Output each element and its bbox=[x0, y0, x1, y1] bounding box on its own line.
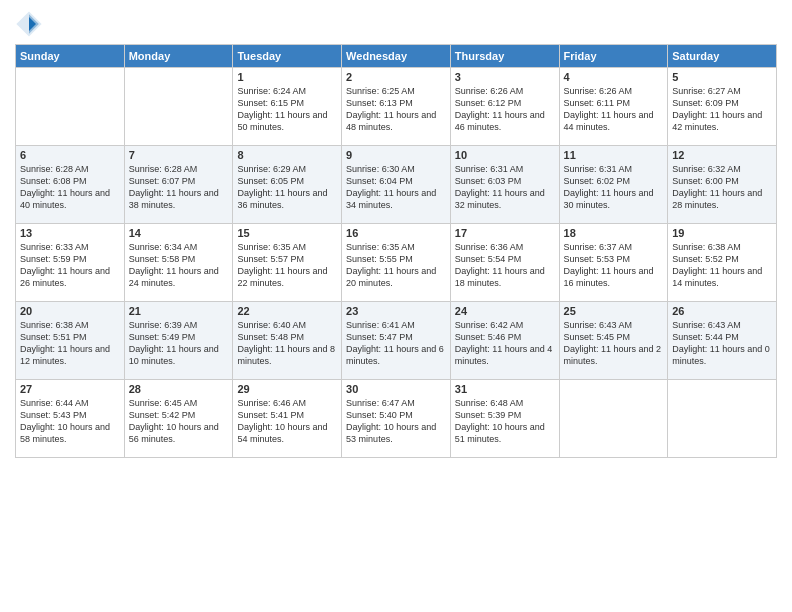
calendar-cell: 26Sunrise: 6:43 AM Sunset: 5:44 PM Dayli… bbox=[668, 302, 777, 380]
calendar-cell: 31Sunrise: 6:48 AM Sunset: 5:39 PM Dayli… bbox=[450, 380, 559, 458]
day-header-friday: Friday bbox=[559, 45, 668, 68]
header-row: SundayMondayTuesdayWednesdayThursdayFrid… bbox=[16, 45, 777, 68]
calendar-cell: 29Sunrise: 6:46 AM Sunset: 5:41 PM Dayli… bbox=[233, 380, 342, 458]
day-number: 14 bbox=[129, 227, 229, 239]
calendar-cell: 18Sunrise: 6:37 AM Sunset: 5:53 PM Dayli… bbox=[559, 224, 668, 302]
day-number: 13 bbox=[20, 227, 120, 239]
calendar-cell: 30Sunrise: 6:47 AM Sunset: 5:40 PM Dayli… bbox=[342, 380, 451, 458]
calendar-cell: 13Sunrise: 6:33 AM Sunset: 5:59 PM Dayli… bbox=[16, 224, 125, 302]
day-number: 18 bbox=[564, 227, 664, 239]
cell-content: Sunrise: 6:48 AM Sunset: 5:39 PM Dayligh… bbox=[455, 397, 555, 446]
day-number: 16 bbox=[346, 227, 446, 239]
calendar-cell: 14Sunrise: 6:34 AM Sunset: 5:58 PM Dayli… bbox=[124, 224, 233, 302]
calendar-table: SundayMondayTuesdayWednesdayThursdayFrid… bbox=[15, 44, 777, 458]
logo-icon bbox=[15, 10, 43, 38]
day-number: 31 bbox=[455, 383, 555, 395]
calendar-cell: 9Sunrise: 6:30 AM Sunset: 6:04 PM Daylig… bbox=[342, 146, 451, 224]
calendar-cell: 22Sunrise: 6:40 AM Sunset: 5:48 PM Dayli… bbox=[233, 302, 342, 380]
cell-content: Sunrise: 6:24 AM Sunset: 6:15 PM Dayligh… bbox=[237, 85, 337, 134]
calendar-cell: 21Sunrise: 6:39 AM Sunset: 5:49 PM Dayli… bbox=[124, 302, 233, 380]
calendar-cell: 4Sunrise: 6:26 AM Sunset: 6:11 PM Daylig… bbox=[559, 68, 668, 146]
page: SundayMondayTuesdayWednesdayThursdayFrid… bbox=[0, 0, 792, 612]
cell-content: Sunrise: 6:25 AM Sunset: 6:13 PM Dayligh… bbox=[346, 85, 446, 134]
day-number: 12 bbox=[672, 149, 772, 161]
calendar-cell: 24Sunrise: 6:42 AM Sunset: 5:46 PM Dayli… bbox=[450, 302, 559, 380]
cell-content: Sunrise: 6:43 AM Sunset: 5:44 PM Dayligh… bbox=[672, 319, 772, 368]
day-number: 17 bbox=[455, 227, 555, 239]
day-number: 24 bbox=[455, 305, 555, 317]
calendar-cell: 11Sunrise: 6:31 AM Sunset: 6:02 PM Dayli… bbox=[559, 146, 668, 224]
cell-content: Sunrise: 6:28 AM Sunset: 6:08 PM Dayligh… bbox=[20, 163, 120, 212]
cell-content: Sunrise: 6:36 AM Sunset: 5:54 PM Dayligh… bbox=[455, 241, 555, 290]
calendar-cell bbox=[559, 380, 668, 458]
calendar-cell: 25Sunrise: 6:43 AM Sunset: 5:45 PM Dayli… bbox=[559, 302, 668, 380]
day-number: 15 bbox=[237, 227, 337, 239]
cell-content: Sunrise: 6:34 AM Sunset: 5:58 PM Dayligh… bbox=[129, 241, 229, 290]
calendar-cell: 15Sunrise: 6:35 AM Sunset: 5:57 PM Dayli… bbox=[233, 224, 342, 302]
cell-content: Sunrise: 6:37 AM Sunset: 5:53 PM Dayligh… bbox=[564, 241, 664, 290]
cell-content: Sunrise: 6:31 AM Sunset: 6:03 PM Dayligh… bbox=[455, 163, 555, 212]
day-number: 25 bbox=[564, 305, 664, 317]
cell-content: Sunrise: 6:47 AM Sunset: 5:40 PM Dayligh… bbox=[346, 397, 446, 446]
calendar-cell: 5Sunrise: 6:27 AM Sunset: 6:09 PM Daylig… bbox=[668, 68, 777, 146]
calendar-cell: 12Sunrise: 6:32 AM Sunset: 6:00 PM Dayli… bbox=[668, 146, 777, 224]
day-number: 6 bbox=[20, 149, 120, 161]
cell-content: Sunrise: 6:35 AM Sunset: 5:55 PM Dayligh… bbox=[346, 241, 446, 290]
cell-content: Sunrise: 6:31 AM Sunset: 6:02 PM Dayligh… bbox=[564, 163, 664, 212]
cell-content: Sunrise: 6:33 AM Sunset: 5:59 PM Dayligh… bbox=[20, 241, 120, 290]
day-number: 23 bbox=[346, 305, 446, 317]
day-header-saturday: Saturday bbox=[668, 45, 777, 68]
day-number: 27 bbox=[20, 383, 120, 395]
calendar-cell bbox=[668, 380, 777, 458]
day-number: 11 bbox=[564, 149, 664, 161]
cell-content: Sunrise: 6:35 AM Sunset: 5:57 PM Dayligh… bbox=[237, 241, 337, 290]
calendar-cell: 7Sunrise: 6:28 AM Sunset: 6:07 PM Daylig… bbox=[124, 146, 233, 224]
cell-content: Sunrise: 6:38 AM Sunset: 5:51 PM Dayligh… bbox=[20, 319, 120, 368]
cell-content: Sunrise: 6:43 AM Sunset: 5:45 PM Dayligh… bbox=[564, 319, 664, 368]
week-row-1: 6Sunrise: 6:28 AM Sunset: 6:08 PM Daylig… bbox=[16, 146, 777, 224]
cell-content: Sunrise: 6:28 AM Sunset: 6:07 PM Dayligh… bbox=[129, 163, 229, 212]
day-number: 5 bbox=[672, 71, 772, 83]
day-header-tuesday: Tuesday bbox=[233, 45, 342, 68]
day-number: 20 bbox=[20, 305, 120, 317]
day-number: 30 bbox=[346, 383, 446, 395]
week-row-3: 20Sunrise: 6:38 AM Sunset: 5:51 PM Dayli… bbox=[16, 302, 777, 380]
week-row-0: 1Sunrise: 6:24 AM Sunset: 6:15 PM Daylig… bbox=[16, 68, 777, 146]
calendar-cell bbox=[16, 68, 125, 146]
week-row-4: 27Sunrise: 6:44 AM Sunset: 5:43 PM Dayli… bbox=[16, 380, 777, 458]
cell-content: Sunrise: 6:45 AM Sunset: 5:42 PM Dayligh… bbox=[129, 397, 229, 446]
calendar-cell: 23Sunrise: 6:41 AM Sunset: 5:47 PM Dayli… bbox=[342, 302, 451, 380]
calendar-cell: 28Sunrise: 6:45 AM Sunset: 5:42 PM Dayli… bbox=[124, 380, 233, 458]
day-number: 8 bbox=[237, 149, 337, 161]
day-header-wednesday: Wednesday bbox=[342, 45, 451, 68]
calendar-cell bbox=[124, 68, 233, 146]
logo bbox=[15, 10, 47, 38]
day-header-thursday: Thursday bbox=[450, 45, 559, 68]
day-number: 9 bbox=[346, 149, 446, 161]
day-number: 19 bbox=[672, 227, 772, 239]
cell-content: Sunrise: 6:44 AM Sunset: 5:43 PM Dayligh… bbox=[20, 397, 120, 446]
calendar-cell: 17Sunrise: 6:36 AM Sunset: 5:54 PM Dayli… bbox=[450, 224, 559, 302]
calendar-cell: 2Sunrise: 6:25 AM Sunset: 6:13 PM Daylig… bbox=[342, 68, 451, 146]
cell-content: Sunrise: 6:30 AM Sunset: 6:04 PM Dayligh… bbox=[346, 163, 446, 212]
day-header-monday: Monday bbox=[124, 45, 233, 68]
cell-content: Sunrise: 6:41 AM Sunset: 5:47 PM Dayligh… bbox=[346, 319, 446, 368]
cell-content: Sunrise: 6:32 AM Sunset: 6:00 PM Dayligh… bbox=[672, 163, 772, 212]
cell-content: Sunrise: 6:38 AM Sunset: 5:52 PM Dayligh… bbox=[672, 241, 772, 290]
day-number: 10 bbox=[455, 149, 555, 161]
cell-content: Sunrise: 6:39 AM Sunset: 5:49 PM Dayligh… bbox=[129, 319, 229, 368]
day-number: 28 bbox=[129, 383, 229, 395]
calendar-cell: 27Sunrise: 6:44 AM Sunset: 5:43 PM Dayli… bbox=[16, 380, 125, 458]
cell-content: Sunrise: 6:42 AM Sunset: 5:46 PM Dayligh… bbox=[455, 319, 555, 368]
week-row-2: 13Sunrise: 6:33 AM Sunset: 5:59 PM Dayli… bbox=[16, 224, 777, 302]
calendar-cell: 20Sunrise: 6:38 AM Sunset: 5:51 PM Dayli… bbox=[16, 302, 125, 380]
header bbox=[15, 10, 777, 38]
cell-content: Sunrise: 6:27 AM Sunset: 6:09 PM Dayligh… bbox=[672, 85, 772, 134]
day-header-sunday: Sunday bbox=[16, 45, 125, 68]
day-number: 29 bbox=[237, 383, 337, 395]
day-number: 22 bbox=[237, 305, 337, 317]
day-number: 1 bbox=[237, 71, 337, 83]
cell-content: Sunrise: 6:26 AM Sunset: 6:12 PM Dayligh… bbox=[455, 85, 555, 134]
calendar-cell: 8Sunrise: 6:29 AM Sunset: 6:05 PM Daylig… bbox=[233, 146, 342, 224]
calendar-cell: 3Sunrise: 6:26 AM Sunset: 6:12 PM Daylig… bbox=[450, 68, 559, 146]
